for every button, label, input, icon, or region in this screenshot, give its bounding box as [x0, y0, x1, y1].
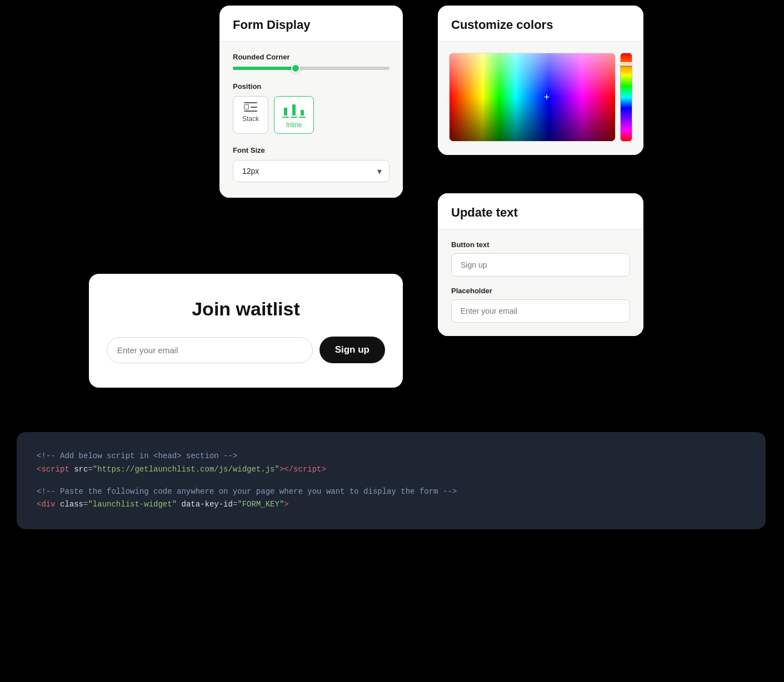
preview-form-title: Join waitlist	[107, 298, 385, 320]
position-inline-button[interactable]: Inline	[274, 96, 314, 134]
customize-colors-panel: Customize colors +	[438, 6, 643, 155]
position-buttons: Stack	[233, 96, 389, 134]
button-text-input[interactable]	[451, 253, 630, 277]
form-display-body: Rounded Corner Position	[219, 42, 403, 198]
update-text-body: Button text Placeholder	[438, 229, 643, 336]
code-comment-2: <!-- Paste the following code anywhere o…	[37, 485, 746, 499]
button-text-group: Button text	[451, 240, 630, 277]
font-size-select[interactable]: 10px 12px 14px 16px 18px	[233, 160, 389, 182]
update-text-header: Update text	[438, 193, 643, 229]
placeholder-label: Placeholder	[451, 287, 630, 295]
hue-thumb[interactable]	[620, 62, 633, 66]
preview-email-input[interactable]	[107, 337, 313, 363]
form-display-header: Form Display	[219, 6, 403, 42]
crosshair-icon: +	[544, 92, 554, 102]
preview-panel: Join waitlist Sign up	[89, 274, 403, 388]
font-size-label: Font Size	[233, 146, 389, 154]
position-stack-button[interactable]: Stack	[233, 96, 268, 134]
code-div-line: <div class="launchlist-widget" data-key-…	[37, 498, 746, 512]
preview-form-row: Sign up	[107, 337, 385, 363]
comment-text-1: <!-- Add below script in <head> section …	[37, 452, 237, 460]
slider-fill	[233, 67, 296, 70]
slider-thumb[interactable]	[291, 64, 300, 73]
preview-signup-button[interactable]: Sign up	[319, 337, 385, 363]
comment-text-2: <!-- Paste the following code anywhere o…	[37, 487, 457, 496]
rounded-corner-label: Rounded Corner	[233, 53, 389, 61]
placeholder-input[interactable]	[451, 299, 630, 323]
customize-colors-title: Customize colors	[451, 18, 553, 32]
slider-track[interactable]	[233, 67, 389, 70]
placeholder-group: Placeholder	[451, 287, 630, 323]
update-text-title: Update text	[451, 205, 518, 219]
stack-label: Stack	[242, 115, 259, 123]
code-panel: <!-- Add below script in <head> section …	[17, 432, 766, 529]
code-comment-1: <!-- Add below script in <head> section …	[37, 450, 746, 463]
inline-icon	[282, 102, 306, 118]
color-gradient[interactable]: +	[449, 53, 616, 142]
update-text-panel: Update text Button text Placeholder	[438, 193, 643, 336]
color-picker-container: +	[449, 53, 632, 142]
customize-colors-header: Customize colors	[438, 6, 643, 42]
button-text-label: Button text	[451, 240, 630, 249]
position-label: Position	[233, 82, 389, 91]
position-section: Position Stack	[233, 82, 389, 134]
form-display-title: Form Display	[233, 18, 310, 32]
script-open-tag: <script	[37, 465, 69, 474]
inline-label: Inline	[286, 121, 302, 129]
color-hue-slider[interactable]	[620, 53, 632, 142]
rounded-corner-section: Rounded Corner	[233, 53, 389, 70]
font-size-section: Font Size 10px 12px 14px 16px 18px ▾	[233, 146, 389, 182]
stack-icon	[244, 102, 257, 112]
code-script-line: <script src="https://getlaunchlist.com/j…	[37, 463, 746, 477]
form-display-panel: Form Display Rounded Corner Position	[219, 6, 403, 198]
font-size-select-wrapper: 10px 12px 14px 16px 18px ▾	[233, 160, 389, 182]
customize-colors-body: +	[438, 42, 643, 155]
